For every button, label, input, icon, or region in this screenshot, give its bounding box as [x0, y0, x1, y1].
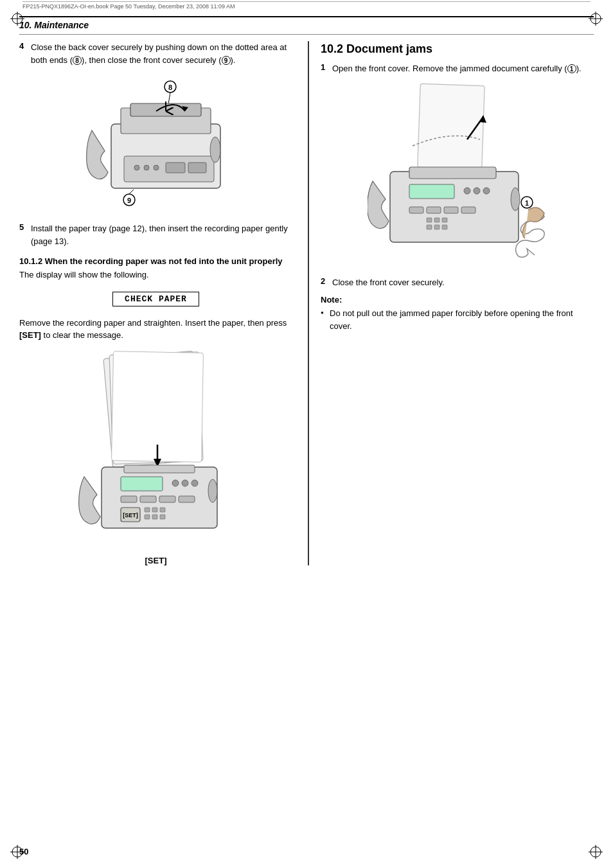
svg-rect-42 [140, 496, 156, 502]
circle-1: 1 [567, 64, 576, 73]
check-paper-wrapper: CHECK PAPER [19, 287, 292, 312]
svg-line-28 [129, 190, 134, 194]
note-item-1: Do not pull out the jammed paper forcibl… [321, 307, 594, 332]
step-4: 4 Close the back cover securely by pushi… [19, 41, 292, 66]
meta-line: FP215-PNQX1896ZA-OI-en.book Page 50 Tues… [22, 1, 591, 10]
svg-point-20 [134, 165, 139, 170]
svg-point-21 [144, 165, 149, 170]
step-1-right-text: Open the front cover. Remove the jammed … [332, 62, 582, 75]
step-1-right-number: 1 [321, 62, 332, 75]
svg-point-25 [210, 137, 220, 163]
svg-point-39 [182, 480, 188, 486]
sub-section-intro: The display will show the following. [19, 269, 292, 281]
svg-rect-58 [409, 167, 496, 179]
svg-point-60 [464, 188, 470, 194]
section-title: 10.2 Document jams [321, 42, 594, 56]
circle-9: 9 [222, 56, 231, 65]
header-divider [19, 34, 594, 35]
step-2-right-number: 2 [321, 276, 332, 289]
svg-rect-63 [409, 207, 423, 213]
page-number: 50 [19, 847, 28, 856]
svg-rect-70 [427, 225, 432, 229]
svg-rect-36 [124, 465, 195, 473]
svg-rect-65 [444, 207, 458, 213]
svg-text:[SET]: [SET] [123, 512, 138, 518]
svg-rect-47 [145, 508, 150, 512]
set-caption: [SET] [19, 556, 292, 565]
svg-rect-37 [121, 477, 163, 491]
svg-rect-54 [417, 84, 484, 169]
step-1-right: 1 Open the front cover. Remove the jamme… [321, 62, 594, 75]
svg-rect-68 [434, 218, 440, 222]
svg-rect-48 [152, 508, 157, 512]
svg-rect-51 [152, 515, 157, 519]
right-column: 10.2 Document jams 1 Open the front cove… [308, 41, 594, 565]
svg-rect-44 [179, 496, 195, 502]
svg-point-73 [511, 188, 520, 211]
svg-rect-72 [442, 225, 447, 229]
svg-rect-64 [427, 207, 441, 213]
svg-rect-43 [159, 496, 175, 502]
corner-mark-tr [589, 12, 603, 26]
svg-rect-71 [434, 225, 440, 229]
fax-illustration-step4: 8 [19, 73, 292, 216]
step-4-number: 4 [19, 41, 31, 66]
step-5-number: 5 [19, 222, 31, 247]
step-5: 5 Install the paper tray (page 12), then… [19, 222, 292, 247]
step-2-right-text: Close the front cover securely. [332, 276, 445, 289]
step-5-text: Install the paper tray (page 12), then i… [31, 222, 292, 247]
fax-illustration-step5: [SET] [19, 348, 292, 549]
sub-section-heading: 10.1.2 When the recording paper was not … [19, 256, 292, 266]
chapter-title: 10. Maintenance [19, 20, 594, 30]
set-key-inline: [SET] [19, 330, 41, 340]
svg-rect-41 [121, 496, 137, 502]
svg-rect-69 [442, 218, 447, 222]
svg-rect-50 [145, 515, 150, 519]
svg-point-22 [154, 165, 159, 170]
svg-rect-49 [160, 508, 165, 512]
corner-mark-tl [10, 12, 24, 26]
content-area: 4 Close the back cover securely by pushi… [19, 41, 594, 565]
svg-point-40 [191, 480, 198, 486]
check-paper-display: CHECK PAPER [112, 292, 199, 306]
chapter-header: 10. Maintenance [19, 16, 594, 30]
svg-rect-52 [160, 515, 165, 519]
note-list: Do not pull out the jammed paper forcibl… [321, 307, 594, 332]
svg-rect-23 [166, 163, 185, 173]
svg-point-62 [483, 188, 490, 194]
svg-point-61 [474, 188, 480, 194]
page: FP215-PNQX1896ZA-OI-en.book Page 50 Tues… [0, 1, 613, 868]
svg-rect-59 [409, 184, 454, 199]
remove-text: Remove the recording paper and straighte… [19, 317, 292, 342]
step-2-right: 2 Close the front cover securely. [321, 276, 594, 289]
fax-illustration-jam: 1 [321, 82, 594, 270]
svg-text:9: 9 [127, 197, 130, 204]
svg-rect-67 [427, 218, 432, 222]
step-4-text: Close the back cover securely by pushing… [31, 41, 292, 66]
svg-rect-24 [188, 163, 206, 173]
note-label: Note: [321, 295, 342, 305]
svg-text:1: 1 [524, 199, 528, 207]
svg-point-53 [208, 479, 217, 502]
svg-rect-66 [461, 207, 475, 213]
left-column: 4 Close the back cover securely by pushi… [19, 41, 292, 565]
svg-text:8: 8 [168, 84, 172, 91]
note-section: Note: Do not pull out the jammed paper f… [321, 295, 594, 332]
circle-8: 8 [73, 56, 82, 65]
corner-mark-br [589, 845, 603, 859]
meta-text: FP215-PNQX1896ZA-OI-en.book Page 50 Tues… [22, 3, 235, 10]
svg-point-38 [172, 480, 179, 486]
